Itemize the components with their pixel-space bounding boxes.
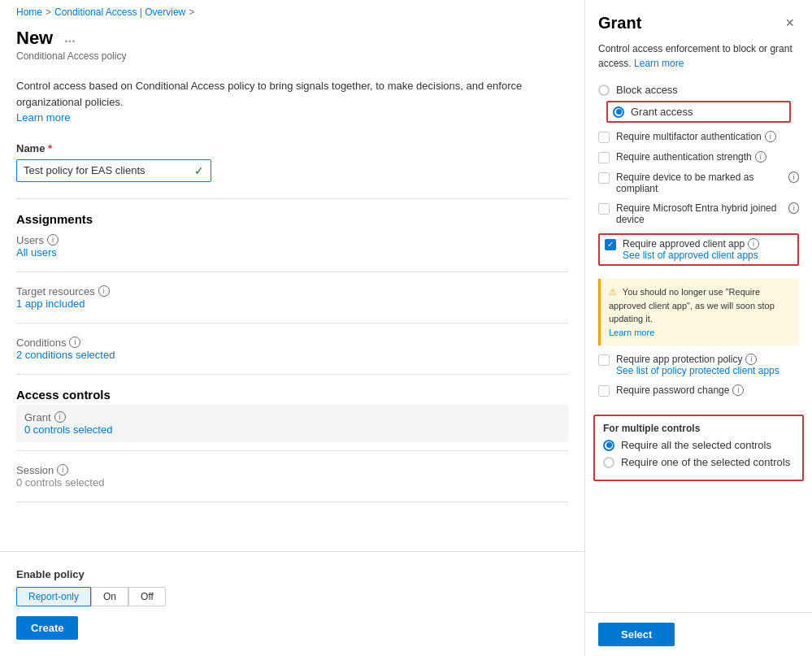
description: Control access based on Conditional Acce… bbox=[0, 70, 584, 134]
name-value: Test policy for EAS clients bbox=[24, 164, 145, 176]
app-protection-link[interactable]: See list of policy protected client apps bbox=[616, 365, 799, 376]
block-access-radio[interactable]: Block access bbox=[598, 84, 799, 96]
require-all-radio-input[interactable] bbox=[603, 440, 614, 451]
grant-value[interactable]: 0 controls selected bbox=[24, 424, 112, 436]
users-label: Users i bbox=[16, 234, 568, 246]
breadcrumb-sep1: > bbox=[46, 7, 51, 18]
checkbox-hybrid-box[interactable] bbox=[598, 203, 610, 215]
session-label-text: Session bbox=[16, 464, 54, 476]
checkbox-list: Require multifactor authentication i Req… bbox=[585, 128, 812, 274]
checkbox-mfa[interactable]: Require multifactor authentication i bbox=[598, 131, 799, 143]
conditions-item: Conditions i 2 conditions selected bbox=[0, 332, 584, 366]
breadcrumb-sep2: > bbox=[189, 7, 194, 18]
breadcrumb: Home > Conditional Access | Overview > bbox=[0, 0, 584, 24]
multiple-controls-title: For multiple controls bbox=[603, 423, 794, 434]
panel-header: Grant × bbox=[585, 0, 812, 41]
right-panel: Grant × Control access enforcement to bl… bbox=[585, 0, 812, 656]
target-info-icon[interactable]: i bbox=[98, 285, 110, 297]
select-button[interactable]: Select bbox=[598, 623, 675, 646]
page-title-ellipsis: ... bbox=[64, 31, 75, 46]
checkbox-mfa-box[interactable] bbox=[598, 132, 610, 143]
name-required: * bbox=[48, 142, 52, 154]
session-info-icon[interactable]: i bbox=[57, 464, 68, 476]
grant-access-radio-input[interactable] bbox=[613, 106, 624, 118]
users-value[interactable]: All users bbox=[16, 246, 57, 258]
create-button[interactable]: Create bbox=[16, 616, 78, 640]
panel-learn-more-link[interactable]: Learn more bbox=[634, 58, 684, 69]
conditions-info-icon[interactable]: i bbox=[69, 337, 80, 348]
checkbox-auth-strength-box[interactable] bbox=[598, 152, 610, 163]
require-one-radio-input[interactable] bbox=[603, 457, 614, 468]
password-change-info-icon[interactable]: i bbox=[732, 384, 744, 396]
divider-5 bbox=[16, 450, 568, 451]
compliant-info-icon[interactable]: i bbox=[788, 172, 799, 183]
checkbox-password-change-box[interactable] bbox=[598, 385, 610, 397]
users-item: Users i All users bbox=[0, 229, 584, 263]
grant-access-radio[interactable]: Grant access bbox=[613, 106, 693, 118]
checkbox-app-protection[interactable]: Require app protection policy i See list… bbox=[598, 354, 799, 376]
hybrid-info-icon[interactable]: i bbox=[788, 202, 799, 214]
toggle-on[interactable]: On bbox=[91, 587, 128, 606]
name-label-text: Name bbox=[16, 142, 45, 154]
close-button[interactable]: × bbox=[780, 13, 799, 33]
require-all-label: Require all the selected controls bbox=[621, 439, 771, 451]
checkbox-compliant-box[interactable] bbox=[598, 172, 610, 184]
grant-label: Grant i bbox=[24, 411, 560, 424]
checkbox-list-2: Require app protection policy i See list… bbox=[585, 350, 812, 408]
policy-toggle-group[interactable]: Report-only On Off bbox=[16, 587, 568, 606]
checkbox-approved-app[interactable]: Require approved client app i See list o… bbox=[605, 238, 792, 261]
grant-section[interactable]: Grant i 0 controls selected bbox=[16, 405, 568, 442]
checkbox-approved-app-label: Require approved client app i See list o… bbox=[623, 238, 792, 261]
page-header: New ... Conditional Access policy bbox=[0, 24, 584, 70]
toggle-off[interactable]: Off bbox=[128, 587, 166, 606]
block-access-radio-input[interactable] bbox=[598, 85, 610, 96]
target-label: Target resources i bbox=[16, 285, 568, 298]
checkbox-app-protection-box[interactable] bbox=[598, 354, 610, 366]
breadcrumb-conditional-access[interactable]: Conditional Access | Overview bbox=[54, 7, 185, 18]
breadcrumb-home[interactable]: Home bbox=[16, 7, 42, 18]
checkbox-compliant[interactable]: Require device to be marked as compliant… bbox=[598, 172, 799, 194]
session-label: Session i bbox=[16, 464, 568, 476]
approved-app-link[interactable]: See list of approved client apps bbox=[623, 250, 792, 261]
checkbox-app-protection-label: Require app protection policy i See list… bbox=[616, 354, 799, 376]
enable-policy-section: Enable policy Report-only On Off Create bbox=[0, 551, 584, 656]
app-protection-info-icon[interactable]: i bbox=[745, 354, 757, 365]
warning-text: You should no longer use "Require approv… bbox=[609, 287, 775, 324]
target-label-text: Target resources bbox=[16, 285, 95, 298]
checkbox-auth-strength[interactable]: Require authentication strength i bbox=[598, 151, 799, 163]
checkbox-password-change[interactable]: Require password change i bbox=[598, 384, 799, 397]
target-value[interactable]: 1 app included bbox=[16, 298, 85, 310]
page-subtitle: Conditional Access policy bbox=[16, 50, 568, 62]
name-section: Name * Test policy for EAS clients ✓ bbox=[0, 134, 584, 190]
divider-3 bbox=[16, 323, 568, 324]
session-value[interactable]: 0 controls selected bbox=[16, 476, 104, 489]
checkbox-hybrid-label: Require Microsoft Entra hybrid joined de… bbox=[616, 202, 799, 225]
target-resources-item: Target resources i 1 app included bbox=[0, 280, 584, 315]
mfa-info-icon[interactable]: i bbox=[765, 131, 776, 142]
toggle-report-only[interactable]: Report-only bbox=[16, 587, 91, 606]
checkbox-compliant-label: Require device to be marked as compliant… bbox=[616, 172, 799, 194]
learn-more-link[interactable]: Learn more bbox=[16, 111, 70, 124]
divider-4 bbox=[16, 374, 568, 375]
grant-access-label: Grant access bbox=[631, 106, 693, 118]
radio-group: Block access Grant access bbox=[585, 79, 812, 128]
divider-6 bbox=[16, 502, 568, 502]
grant-access-outlined: Grant access bbox=[606, 101, 791, 123]
name-label: Name * bbox=[16, 142, 568, 154]
block-access-label: Block access bbox=[616, 84, 678, 96]
checkbox-password-change-label: Require password change i bbox=[616, 384, 799, 396]
users-info-icon[interactable]: i bbox=[47, 234, 59, 245]
checkbox-hybrid[interactable]: Require Microsoft Entra hybrid joined de… bbox=[598, 202, 799, 225]
approved-app-info-icon[interactable]: i bbox=[748, 238, 759, 250]
grant-info-icon[interactable]: i bbox=[54, 411, 66, 423]
name-input-display[interactable]: Test policy for EAS clients ✓ bbox=[16, 159, 211, 182]
require-all-radio[interactable]: Require all the selected controls bbox=[603, 439, 794, 451]
conditions-value[interactable]: 2 conditions selected bbox=[16, 349, 115, 361]
require-one-radio[interactable]: Require one of the selected controls bbox=[603, 456, 794, 468]
warning-learn-more-link[interactable]: Learn more bbox=[609, 328, 654, 337]
auth-strength-info-icon[interactable]: i bbox=[755, 151, 766, 163]
name-checkmark: ✓ bbox=[194, 164, 204, 177]
conditions-label-text: Conditions bbox=[16, 337, 66, 349]
panel-footer: Select bbox=[585, 612, 812, 656]
checkbox-approved-app-box[interactable] bbox=[605, 239, 616, 250]
